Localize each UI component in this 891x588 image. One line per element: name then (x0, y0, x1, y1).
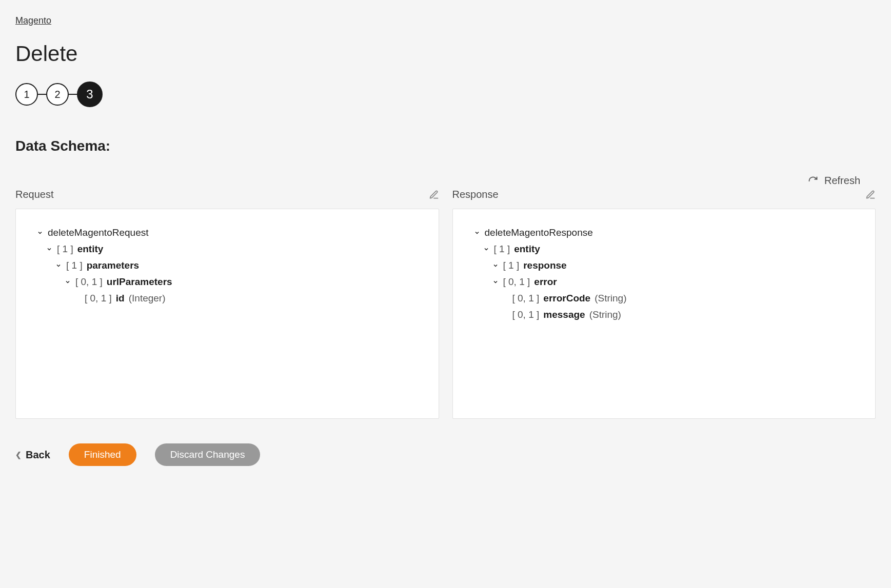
edit-request-icon[interactable] (429, 190, 439, 200)
chevron-left-icon: ❮ (15, 451, 22, 459)
tree-leaf[interactable]: [ 0, 1 ] id (Integer) (73, 290, 418, 307)
chevron-down-icon (492, 279, 499, 285)
tree-label: message (543, 309, 585, 320)
response-label: Response (452, 189, 499, 200)
refresh-label[interactable]: Refresh (824, 175, 860, 187)
tree-root[interactable]: deleteMagentoRequest (36, 225, 418, 241)
tree-label: deleteMagentoResponse (485, 227, 593, 238)
response-column: Response deleteMagentoResponse [ 1 ] ent… (452, 189, 876, 419)
tree-root[interactable]: deleteMagentoResponse (473, 225, 855, 241)
step-connector (38, 94, 46, 95)
page-title: Delete (15, 42, 876, 66)
step-2[interactable]: 2 (46, 83, 69, 106)
footer: ❮ Back Finished Discard Changes (15, 443, 876, 466)
tree-label: response (523, 260, 566, 271)
step-1[interactable]: 1 (15, 83, 38, 106)
section-title: Data Schema: (15, 138, 876, 154)
cardinality: [ 0, 1 ] (512, 309, 540, 320)
tree-label: entity (514, 244, 540, 255)
tree-label: errorCode (543, 293, 590, 304)
tree-label: urlParameters (107, 276, 172, 288)
tree-type: (String) (589, 309, 621, 320)
cardinality: [ 0, 1 ] (512, 293, 540, 304)
tree-leaf[interactable]: [ 0, 1 ] message (String) (501, 307, 855, 323)
cardinality: [ 0, 1 ] (503, 276, 530, 288)
cardinality: [ 1 ] (494, 244, 510, 255)
tree-label: deleteMagentoRequest (48, 227, 148, 238)
back-link[interactable]: ❮ Back (15, 449, 50, 461)
refresh-icon[interactable] (808, 176, 818, 186)
tree-node[interactable]: [ 1 ] entity (46, 241, 418, 257)
tree-node[interactable]: [ 1 ] response (492, 257, 855, 274)
tree-type: (String) (595, 293, 626, 304)
finished-button[interactable]: Finished (69, 443, 136, 466)
chevron-down-icon (64, 279, 71, 285)
stepper: 1 2 3 (15, 82, 876, 107)
tree-label: id (116, 293, 125, 304)
tree-label: error (534, 276, 557, 288)
chevron-down-icon (55, 262, 62, 269)
chevron-down-icon (492, 262, 499, 269)
step-3[interactable]: 3 (77, 82, 103, 107)
cardinality: [ 1 ] (66, 260, 83, 271)
discard-button[interactable]: Discard Changes (155, 443, 261, 466)
tree-type: (Integer) (129, 293, 166, 304)
cardinality: [ 1 ] (57, 244, 73, 255)
chevron-down-icon (473, 230, 481, 236)
tree-node[interactable]: [ 1 ] parameters (55, 257, 418, 274)
cardinality: [ 0, 1 ] (75, 276, 103, 288)
tree-node[interactable]: [ 1 ] entity (483, 241, 855, 257)
back-label: Back (26, 449, 50, 461)
tree-label: entity (77, 244, 104, 255)
breadcrumb-link[interactable]: Magento (15, 15, 51, 26)
response-panel: deleteMagentoResponse [ 1 ] entity [ 1 ]… (452, 209, 876, 419)
chevron-down-icon (36, 230, 44, 236)
tree-label: parameters (87, 260, 139, 271)
tree-leaf[interactable]: [ 0, 1 ] errorCode (String) (501, 290, 855, 307)
request-column: Request deleteMagentoRequest [ 1 ] entit… (15, 189, 439, 419)
tree-node[interactable]: [ 0, 1 ] error (492, 274, 855, 290)
edit-response-icon[interactable] (865, 190, 876, 200)
request-label: Request (15, 189, 54, 200)
cardinality: [ 0, 1 ] (85, 293, 112, 304)
cardinality: [ 1 ] (503, 260, 520, 271)
step-connector (69, 94, 77, 95)
tree-node[interactable]: [ 0, 1 ] urlParameters (64, 274, 418, 290)
chevron-down-icon (483, 246, 490, 252)
request-panel: deleteMagentoRequest [ 1 ] entity [ 1 ] … (15, 209, 439, 419)
chevron-down-icon (46, 246, 53, 252)
